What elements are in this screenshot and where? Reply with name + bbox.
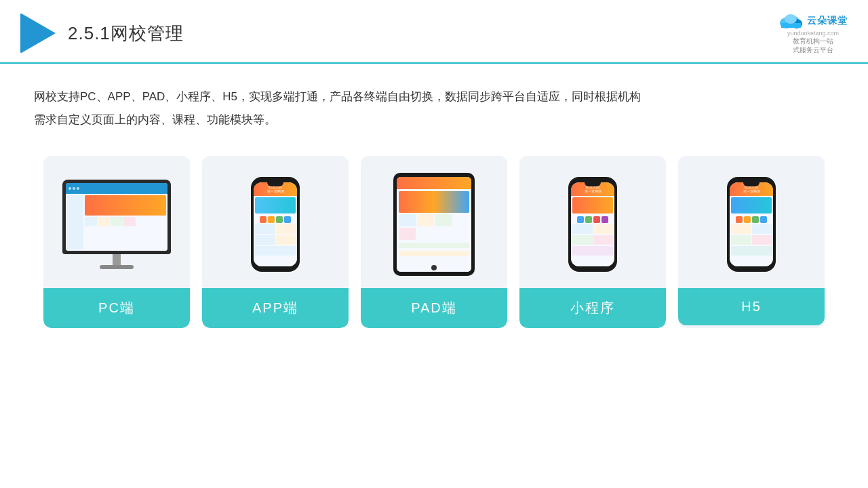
description-line2: 需求自定义页面上的内容、课程、功能模块等。 [34,113,276,126]
phone-screen-h5: 职达人的第一堂网课 [730,182,773,266]
header: 2.5.1网校管理 云朵课堂 yunduoketang.com 教育机构一站 式… [0,0,868,64]
phone-device-app: 职达人的第一堂网课 [251,177,300,272]
card-h5-image: 职达人的第一堂网课 [678,156,825,288]
page-title: 2.5.1网校管理 [68,22,184,45]
header-left: 2.5.1网校管理 [20,13,184,54]
card-pad-label: PAD端 [361,288,507,328]
brand-url: yunduoketang.com [787,30,839,37]
phone-outer-app: 职达人的第一堂网课 [251,177,300,272]
svg-point-4 [785,14,797,24]
cards-row: PC端 职达人的第一堂网课 [34,156,834,328]
card-app-label: APP端 [202,288,349,328]
phone-outer-h5: 职达人的第一堂网课 [727,177,776,272]
card-h5: 职达人的第一堂网课 [678,156,825,328]
brand-tagline: 教育机构一站 式服务云平台 [793,37,833,54]
phone-screen-app: 职达人的第一堂网课 [254,182,297,266]
cloud-svg-icon [778,12,803,30]
card-h5-label: H5 [678,288,825,325]
tablet-device [393,173,475,276]
phone-device-h5: 职达人的第一堂网课 [727,177,776,272]
monitor-outer [62,180,171,254]
card-pad: PAD端 [361,156,507,328]
logo-icon [20,13,56,54]
card-pc-label: PC端 [43,288,190,328]
card-miniapp: 职达人的第一堂网课 [519,156,666,328]
main-content: 网校支持PC、APP、PAD、小程序、H5，实现多端打通，产品各终端自由切换，数… [0,64,868,342]
phone-device-miniapp: 职达人的第一堂网课 [568,177,617,272]
tablet-screen [397,177,471,272]
svg-rect-3 [781,23,801,28]
card-pc: PC端 [43,156,190,328]
phone-screen-miniapp: 职达人的第一堂网课 [571,182,614,266]
monitor-screen [66,183,167,251]
card-pc-image [43,156,190,288]
description-text: 网校支持PC、APP、PAD、小程序、H5，实现多端打通，产品各终端自由切换，数… [34,85,834,131]
phone-outer-miniapp: 职达人的第一堂网课 [568,177,617,272]
brand-logo: 云朵课堂 yunduoketang.com 教育机构一站 式服务云平台 [778,12,848,54]
card-app-image: 职达人的第一堂网课 [202,156,349,288]
tablet-outer [393,173,475,276]
card-miniapp-label: 小程序 [519,288,666,328]
brand-name: 云朵课堂 [807,15,848,27]
description-line1: 网校支持PC、APP、PAD、小程序、H5，实现多端打通，产品各终端自由切换，数… [34,90,641,103]
pc-device [62,180,171,269]
brand-logo-icon: 云朵课堂 [778,12,848,30]
card-miniapp-image: 职达人的第一堂网课 [519,156,666,288]
card-pad-image [361,156,507,288]
card-app: 职达人的第一堂网课 [202,156,349,328]
